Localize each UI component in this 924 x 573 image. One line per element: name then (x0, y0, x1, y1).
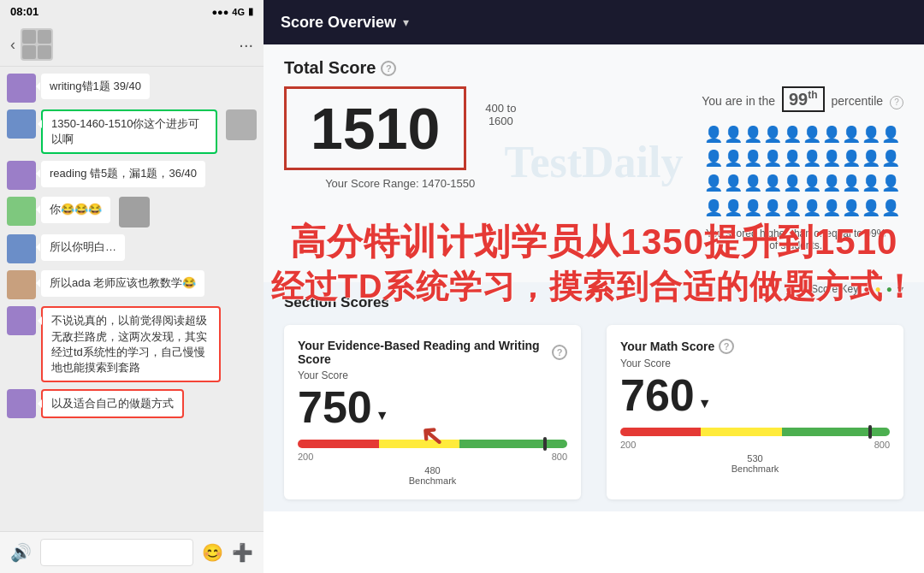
score-range-side: 400 to1600 (485, 102, 516, 127)
math-score-value: 760 ▼ (620, 373, 890, 417)
percentile-badge: 99th (782, 86, 825, 112)
message-text: 不说说真的，以前觉得阅读超级无敌拦路虎，这两次发现，其实经过td系统性的学习，自… (51, 314, 207, 374)
list-item: 不说说真的，以前觉得阅读超级无敌拦路虎，这两次发现，其实经过td系统性的学习，自… (7, 306, 257, 382)
message-bubble: 所以你明白… (41, 234, 125, 260)
message-text: reading 错5题，漏1题，36/40 (50, 167, 197, 180)
math-help-icon[interactable]: ? (719, 339, 734, 354)
chevron-down-icon[interactable]: ▾ (403, 15, 409, 29)
message-image (119, 197, 150, 227)
message-bubble-highlighted-red: 以及适合自己的做题方式 (41, 389, 184, 418)
overlay-line2: 经过TD系统学习，摸索到合适的做题方式！ (264, 265, 924, 309)
list-item: writing错1题 39/40 (7, 74, 257, 103)
percentile-help-icon[interactable]: ? (890, 96, 903, 109)
total-score-value: 1510 (311, 96, 440, 161)
message-input[interactable] (40, 539, 193, 566)
percentile-intro-text: You are in the 99th percentile ? (702, 86, 903, 112)
overlay-line1: 高分特训计划学员从1350提升到1510 (264, 218, 924, 266)
battery-icon: ▮ (248, 6, 253, 17)
math-your-score-label: Your Score (620, 357, 890, 369)
total-score-heading: Total Score ? (284, 58, 903, 78)
message-bubble-highlighted: 1350-1460-1510你这个进步可以啊 (41, 109, 217, 154)
avatar (7, 197, 36, 226)
message-text: 你😂😂😂 (50, 203, 102, 216)
status-bar: 08:01 ●●● 4G ▮ (0, 0, 264, 23)
back-icon[interactable]: ‹ (10, 36, 15, 54)
score-overview-title: Score Overview (281, 14, 396, 32)
message-bubble: writing错1题 39/40 (41, 74, 150, 99)
score-range-bottom: Your Score Range: 1470-1550 (325, 177, 475, 190)
more-icon[interactable]: ··· (239, 35, 253, 55)
avatar (7, 306, 36, 335)
evidence-your-score-label: Your Score (298, 369, 567, 381)
list-item: 所以你明白… (7, 234, 257, 263)
avatar (7, 270, 36, 299)
message-bubble-highlighted-red: 不说说真的，以前觉得阅读超级无敌拦路虎，这两次发现，其实经过td系统性的学习，自… (41, 306, 221, 382)
message-bubble: reading 错5题，漏1题，36/40 (41, 161, 205, 186)
chat-bottom-bar: 🔊 😊 ➕ (0, 531, 264, 573)
total-score-box: 1510 (284, 86, 466, 170)
list-item: reading 错5题，漏1题，36/40 (7, 161, 257, 190)
status-icons: ●●● 4G ▮ (211, 6, 253, 17)
signal-icon: ●●● (211, 7, 228, 17)
message-bubble: 你😂😂😂 (41, 197, 110, 222)
avatar (7, 234, 36, 263)
list-item: 所以ada 老师应该也教数学😂 (7, 270, 257, 299)
section-scores-wrapper: Section Scores Score Key ●●● ▾ Your Evid… (264, 282, 924, 511)
message-text: 以及适合自己的做题方式 (51, 397, 174, 410)
avatar (7, 389, 36, 418)
math-benchmark: 530 Benchmark (620, 453, 890, 474)
math-bar-labels: 200 800 (620, 440, 890, 450)
evidence-benchmark: 480 Benchmark (298, 465, 567, 486)
evidence-help-icon[interactable]: ? (552, 345, 567, 360)
math-score-bar: 200 800 (620, 428, 890, 450)
total-score-left: 1510 400 to1600 Your Score Range: 1470-1… (284, 86, 516, 190)
score-header: Score Overview ▾ (264, 0, 924, 44)
avatar (7, 161, 36, 190)
people-icons: 👤👤👤👤👤👤👤👤👤👤 👤👤👤👤👤👤👤👤👤👤 👤👤👤👤👤👤👤👤👤👤 👤👤👤👤👤👤👤… (702, 122, 903, 221)
message-text: 1350-1460-1510你这个进步可以啊 (51, 117, 199, 145)
emoji-icon[interactable]: 😊 (202, 542, 223, 563)
list-item: 1350-1460-1510你这个进步可以啊 (7, 109, 257, 154)
message-text: 所以你明白… (50, 240, 116, 253)
avatar (7, 109, 36, 139)
list-item: 你😂😂😂 (7, 197, 257, 227)
chat-messages: writing错1题 39/40 1350-1460-1510你这个进步可以啊 … (0, 67, 264, 531)
evidence-based-score-card: Your Evidence-Based Reading and Writing … (284, 325, 581, 499)
math-score-card: Your Math Score ? Your Score 760 ▼ 200 8… (607, 325, 903, 499)
math-bar-track (620, 428, 890, 436)
network-type: 4G (232, 7, 245, 17)
voice-icon[interactable]: 🔊 (10, 542, 32, 563)
math-score-title: Your Math Score ? (620, 339, 890, 354)
total-score-text: Total Score (284, 58, 376, 78)
list-item: 以及适合自己的做题方式 (7, 389, 257, 418)
avatar (7, 74, 36, 103)
evidence-bar-marker (543, 437, 547, 451)
math-bar-marker (868, 425, 872, 439)
message-image (226, 109, 257, 140)
group-avatar (21, 28, 53, 61)
total-score-help-icon[interactable]: ? (381, 61, 396, 76)
math-score-arrow: ▼ (698, 397, 712, 411)
message-text: 所以ada 老师应该也教数学😂 (50, 276, 196, 289)
evidence-score-title: Your Evidence-Based Reading and Writing … (298, 339, 567, 366)
section-scores-grid: Your Evidence-Based Reading and Writing … (284, 325, 903, 499)
message-bubble: 所以ada 老师应该也教数学😂 (41, 270, 204, 296)
message-text: writing错1题 39/40 (50, 80, 141, 92)
left-panel: 08:01 ●●● 4G ▮ ‹ ··· writing错1题 39/40 13… (0, 0, 264, 573)
chat-header: ‹ ··· (0, 23, 264, 67)
status-time: 08:01 (10, 5, 38, 18)
percentile-sup: th (808, 89, 817, 101)
evidence-score-arrow: ▼ (376, 409, 389, 422)
add-icon[interactable]: ➕ (232, 542, 253, 563)
